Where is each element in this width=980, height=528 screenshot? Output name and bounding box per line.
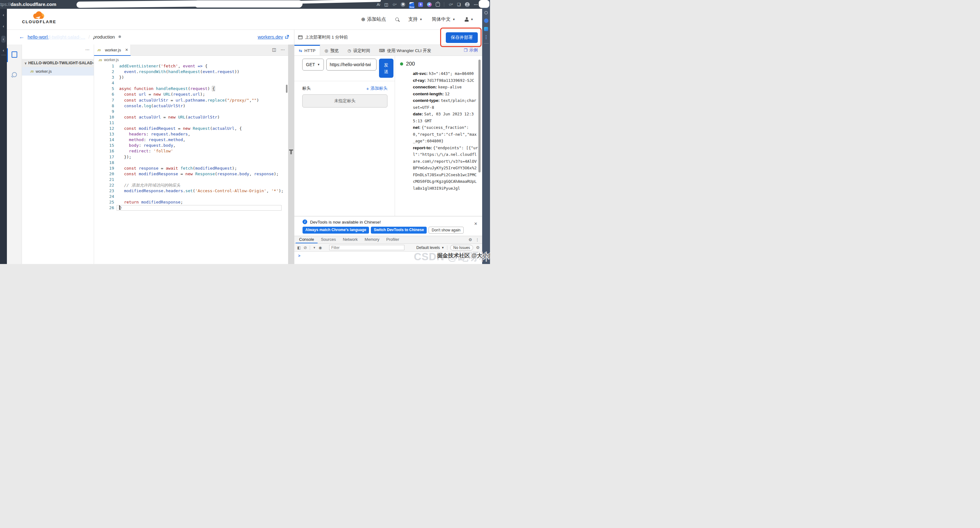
extensions-puzzle-icon[interactable] xyxy=(436,3,440,6)
log-levels-dropdown[interactable]: Default levels▼ xyxy=(416,245,444,250)
code-line-25[interactable]: 25 return modifiedResponse; xyxy=(97,199,286,205)
code-line-15[interactable]: 15 body: request.body, xyxy=(97,143,286,148)
code-line-10[interactable]: 10 const actualUrl = new URL(actualUrlSt… xyxy=(97,115,286,120)
method-select[interactable]: GET▼ xyxy=(302,59,324,70)
send-button[interactable]: 发送 xyxy=(379,59,393,78)
cloudflare-logo[interactable]: CLOUDFLARE xyxy=(22,11,56,24)
sidebar-search-icon[interactable] xyxy=(484,11,488,14)
response-scrollbar-thumb[interactable] xyxy=(479,60,480,172)
code-line-7[interactable]: 7 const actualUrlStr = url.pathname.repl… xyxy=(97,97,286,103)
browser-profile-avatar[interactable] xyxy=(465,2,469,7)
code-line-23[interactable]: 23 modifiedResponse.headers.set('Access-… xyxy=(97,188,286,194)
tab-http[interactable]: HTTP xyxy=(294,45,320,56)
code-line-8[interactable]: 8 console.log(actualUrlStr) xyxy=(97,103,286,109)
sidebar-apps-icon[interactable] xyxy=(485,35,487,39)
response-header-row: nel: {"success_fraction":0,"report_to":"… xyxy=(413,124,478,145)
collapse-chevron-icon[interactable]: ‹ xyxy=(3,24,4,28)
browser-menu-icon[interactable]: ⋯ xyxy=(474,3,478,6)
devtools-tab-console[interactable]: Console xyxy=(296,236,318,243)
search-button[interactable] xyxy=(395,17,399,21)
close-tab-icon[interactable]: ✕ xyxy=(125,48,128,52)
code-line-11[interactable]: 11 xyxy=(97,120,286,126)
devtools-settings-icon[interactable]: ⚙ xyxy=(468,237,472,242)
devtools-more-icon[interactable]: ⋮ xyxy=(475,237,479,242)
editor-scrollbar-thumb[interactable] xyxy=(286,85,288,93)
editor-breadcrumb[interactable]: JS worker.js xyxy=(99,58,119,62)
code-line-1[interactable]: 1addEventListener('fetch', event => { xyxy=(97,63,286,69)
switch-chinese-button[interactable]: Switch DevTools to Chinese xyxy=(371,227,427,234)
collapse-chevron-icon[interactable]: ‹ xyxy=(3,13,4,17)
live-expression-icon[interactable]: ◉ xyxy=(318,245,321,250)
request-url-input[interactable] xyxy=(326,59,377,70)
code-line-14[interactable]: 14 method: request.method, xyxy=(97,137,286,143)
code-line-21[interactable]: 21 xyxy=(97,177,286,183)
add-header-button[interactable]: +添加标头 xyxy=(366,86,388,91)
tree-root-folder[interactable]: ∨ HELLO-WORLD-TWILIGHT-SALAD-... xyxy=(22,59,94,67)
workers-dev-link[interactable]: workers.dev xyxy=(258,34,289,40)
add-favorite-icon[interactable]: ☆+ xyxy=(392,3,396,6)
extension-s-icon[interactable]: SNew xyxy=(409,2,414,7)
add-site-button[interactable]: ⊕添加站点 xyxy=(361,16,386,22)
read-aloud-icon[interactable]: A) xyxy=(377,3,380,6)
split-screen-icon[interactable]: ◫ xyxy=(384,3,388,6)
code-line-22[interactable]: 22 // 添加允许跨域访问的响应头 xyxy=(97,183,286,188)
dont-show-again-button[interactable]: Don't show again xyxy=(428,227,464,234)
openai-extension-icon[interactable]: ✳ xyxy=(427,2,432,7)
console-sidebar-icon[interactable]: ◧ xyxy=(297,245,301,250)
devtools-tab-memory[interactable]: Memory xyxy=(361,236,383,243)
code-line-2[interactable]: 2 event.respondWith(handleRequest(event.… xyxy=(97,69,286,75)
clear-console-icon[interactable]: ⊘ xyxy=(304,245,307,250)
code-line-4[interactable]: 4 xyxy=(97,80,286,86)
back-arrow-icon[interactable]: ← xyxy=(19,34,24,40)
code-line-24[interactable]: 24 xyxy=(97,194,286,199)
code-content[interactable]: 1addEventListener('fetch', event => {2 e… xyxy=(97,63,286,211)
issues-counter[interactable]: No Issues xyxy=(450,245,473,251)
browser-address-bar[interactable]: ttps://dash.cloudflare.com A) ◫ ☆+ ⌘ SNe… xyxy=(0,0,482,9)
code-line-13[interactable]: 13 headers: request.headers, xyxy=(97,131,286,137)
code-line-17[interactable]: 17 }); xyxy=(97,154,286,160)
match-language-button[interactable]: Always match Chrome's language xyxy=(302,227,369,234)
explorer-more-icon[interactable]: ⋯ xyxy=(85,47,90,52)
collections-icon[interactable]: ❏+ xyxy=(457,3,461,6)
collapse-chevron-icon[interactable]: ‹ xyxy=(3,49,4,52)
code-line-5[interactable]: 5async function handleRequest(request) { xyxy=(97,86,286,92)
extension-shortcut-icon[interactable]: ⌘ xyxy=(401,2,406,7)
code-line-3[interactable]: 3}) xyxy=(97,75,286,80)
devtools-tab-profiler[interactable]: Profiler xyxy=(383,236,402,243)
sidebar-app-icon[interactable] xyxy=(484,19,488,23)
chevron-down-icon: ▼ xyxy=(452,18,455,21)
panel-splitter[interactable] xyxy=(288,45,294,264)
banner-close-icon[interactable]: ✕ xyxy=(474,221,477,226)
favorites-list-icon[interactable]: ☆≡ xyxy=(448,3,453,6)
files-view-icon[interactable] xyxy=(11,51,17,58)
code-line-9[interactable]: 9 xyxy=(97,109,286,115)
console-filter-input[interactable] xyxy=(329,245,404,250)
code-line-18[interactable]: 18 xyxy=(97,160,286,165)
support-menu[interactable]: 支持▼ xyxy=(408,16,422,22)
tab-wrangler[interactable]: 使用 Wrangler CLI 开发 xyxy=(375,45,436,56)
code-line-12[interactable]: 12 const modifiedRequest = new Request(a… xyxy=(97,126,286,131)
context-dropdown-icon[interactable]: ▼ xyxy=(313,246,316,249)
collapse-chevron-icon-active[interactable]: ‹ xyxy=(1,36,6,43)
devtools-tab-network[interactable]: Network xyxy=(339,236,361,243)
account-menu[interactable]: ▼ xyxy=(465,17,473,21)
line-number: 12 xyxy=(97,126,119,131)
tree-file-workerjs[interactable]: JS worker.js xyxy=(22,67,94,76)
console-settings-icon[interactable]: ⚙ xyxy=(476,245,480,250)
search-view-icon[interactable] xyxy=(12,72,17,77)
devtools-tab-sources[interactable]: Sources xyxy=(318,236,339,243)
tab-schedule[interactable]: 设定时间 xyxy=(343,45,375,56)
code-line-19[interactable]: 19 const response = await fetch(modified… xyxy=(97,165,286,171)
extension-dollar-icon[interactable]: $ xyxy=(418,2,423,7)
editor-tab-workerjs[interactable]: JS worker.js ✕ xyxy=(94,45,131,56)
code-line-20[interactable]: 20 const modifiedResponse = new Response… xyxy=(97,171,286,177)
splitter-handle[interactable] xyxy=(290,151,292,154)
split-editor-icon[interactable]: ◫ xyxy=(272,47,276,52)
sidebar-chat-icon[interactable] xyxy=(484,27,488,31)
code-line-6[interactable]: 6 const url = new URL(request.url); xyxy=(97,92,286,97)
language-menu[interactable]: 简体中文▼ xyxy=(432,16,455,22)
editor-more-icon[interactable]: ⋯ xyxy=(281,47,285,52)
code-line-26[interactable]: 26} xyxy=(97,205,286,211)
tab-preview[interactable]: 预览 xyxy=(320,45,343,56)
code-line-16[interactable]: 16 redirect: 'follow' xyxy=(97,148,286,154)
